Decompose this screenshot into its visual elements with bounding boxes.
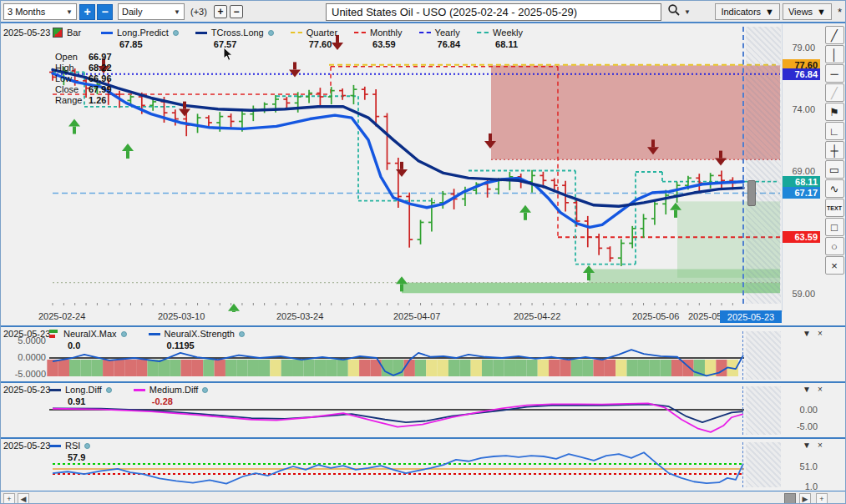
price-axis-label: 59.00 [778, 289, 815, 299]
drawing-tools-toolbar: ╱│─╱⚑∟┼▭∿TEXT□○× [823, 26, 846, 275]
legend-label: Long.Diff [65, 385, 102, 395]
legend-line-icon [477, 32, 489, 33]
legend-value: 0.1195 [149, 339, 245, 350]
date-axis-label: 2025-05 [688, 311, 722, 321]
search-chevron-icon[interactable]: ▼ [684, 8, 691, 16]
panel-separator[interactable] [1, 381, 845, 383]
current-date-line [742, 27, 744, 304]
chevron-down-icon: ▼ [66, 8, 73, 16]
legend-item: Medium.Diff-0.28 [134, 385, 208, 406]
comment-icon[interactable]: ▭ [825, 160, 844, 179]
ohlc-value: 68.22 [89, 63, 112, 73]
panel-close-icon[interactable]: × [818, 385, 823, 394]
panel-menu-icon[interactable]: ▼ [803, 441, 811, 450]
horizontal-scrollbar[interactable]: + ◀ ▶ + [1, 491, 845, 504]
axis-label: 51.0 [789, 461, 818, 471]
remove-bar-button[interactable]: − [230, 5, 243, 18]
period-zoom-out-button[interactable]: − [97, 4, 113, 20]
horizontal-line-icon[interactable]: ─ [825, 64, 844, 83]
ohlc-label: High [55, 63, 89, 73]
search-icon[interactable] [667, 3, 681, 20]
scroll-left-button[interactable]: ◀ [18, 493, 29, 504]
legend-item: Long.Diff0.91 [49, 385, 112, 406]
vertical-line-icon[interactable]: │ [825, 45, 844, 63]
legend-value: 68.11 [477, 38, 523, 49]
price-chart[interactable] [1, 24, 782, 312]
delete-icon[interactable]: × [825, 256, 844, 275]
period-zoom-in-button[interactable]: + [79, 4, 95, 20]
price-range-handle[interactable] [747, 180, 756, 206]
legend-toggle-dot[interactable] [239, 331, 245, 337]
panel-menu-icon[interactable]: ▼ [803, 385, 811, 394]
forecast-hatch-region [746, 386, 781, 435]
panel-close-icon[interactable]: × [818, 329, 823, 338]
legend-toggle-dot[interactable] [268, 30, 274, 36]
period-select[interactable]: 3 Months ▼ [3, 3, 77, 20]
add-bar-button[interactable]: + [214, 5, 227, 18]
disabled-line-icon[interactable]: ╱ [825, 83, 844, 102]
price-level-badge: 68.11 [783, 176, 820, 188]
legend-toggle-dot[interactable] [84, 443, 90, 449]
legend-value: -0.28 [134, 395, 208, 406]
scroll-add-button[interactable]: + [3, 493, 15, 504]
text-icon[interactable]: TEXT [825, 199, 844, 217]
diff-legend: Long.Diff0.91Medium.Diff-0.28 [49, 385, 208, 406]
panel-close-icon[interactable]: × [818, 441, 823, 450]
date-axis-label: 2025-03-24 [276, 311, 323, 321]
legend-item: NeuralX.Strength0.1195 [149, 329, 245, 350]
legend-toggle-dot[interactable] [173, 30, 179, 36]
legend-label: Weekly [493, 28, 523, 38]
rsi-chart[interactable] [1, 439, 782, 490]
legend-line-icon [354, 32, 366, 33]
panel-separator[interactable] [1, 437, 845, 439]
ohlc-label: Low [55, 73, 89, 83]
symbol-search-input[interactable] [326, 3, 661, 21]
legend-label: Monthly [370, 28, 403, 38]
chevron-down-icon: ▼ [765, 7, 774, 17]
date-axis-label: 2025-03-10 [158, 311, 205, 321]
forecast-hatch-region [746, 331, 781, 380]
rectangle-icon[interactable]: □ [825, 218, 844, 236]
ohlc-readout: Open66.97High68.22Low66.96Close67.99Rang… [55, 51, 112, 105]
legend-item: Long.Predict67.85 [101, 28, 179, 49]
legend-line-icon [291, 32, 302, 33]
bar-legend: Bar [53, 28, 81, 38]
diagonal-line-icon[interactable]: ╱ [825, 26, 844, 44]
panel-menu-icon[interactable]: ▼ [803, 329, 811, 338]
scrollbar-thumb[interactable] [784, 493, 796, 504]
views-button[interactable]: Views ▼ [783, 3, 832, 20]
ohlc-label: Range [55, 95, 89, 105]
interval-select[interactable]: Daily ▼ [118, 3, 185, 20]
legend-value: 0.91 [49, 395, 112, 406]
legend-toggle-dot[interactable] [106, 387, 112, 393]
ellipse-icon[interactable]: ○ [825, 237, 844, 255]
wave-icon[interactable]: ∿ [825, 179, 844, 198]
flag-icon[interactable]: ⚑ [825, 103, 844, 121]
bar-legend-label: Bar [67, 28, 81, 38]
legend-item: RSI57.9 [49, 441, 90, 462]
legend-value: 77.60 [291, 38, 337, 49]
legend-item: Quarter77.60 [291, 28, 337, 49]
legend-value: 63.59 [354, 38, 403, 49]
ohlc-value: 67.99 [89, 84, 112, 94]
period-select-value: 3 Months [8, 7, 45, 17]
legend-value: 67.85 [101, 38, 179, 49]
favorite-star[interactable]: * [838, 3, 842, 20]
date-axis-label: 2025-05-06 [632, 311, 679, 321]
legend-line-icon [101, 32, 113, 34]
plus-icon: + [217, 6, 223, 18]
panel-separator[interactable] [1, 325, 845, 327]
ohlc-value: 66.97 [89, 52, 112, 62]
legend-item: TCross.Long67.57 [195, 28, 274, 49]
legend-line-icon [49, 389, 61, 391]
indicators-button[interactable]: Indicators ▼ [715, 3, 780, 20]
scroll-right-button[interactable]: ▶ [799, 493, 811, 504]
legend-toggle-dot[interactable] [202, 387, 208, 393]
price-axis-label: 79.00 [778, 43, 815, 53]
legend-toggle-dot[interactable] [121, 331, 127, 337]
elbow-icon[interactable]: ∟ [825, 122, 844, 140]
chart-date-label: 2025-05-23 [3, 28, 50, 38]
scroll-zoom-button[interactable]: + [816, 493, 828, 504]
legend-line-icon [419, 32, 431, 33]
crosshair-icon[interactable]: ┼ [825, 141, 844, 159]
